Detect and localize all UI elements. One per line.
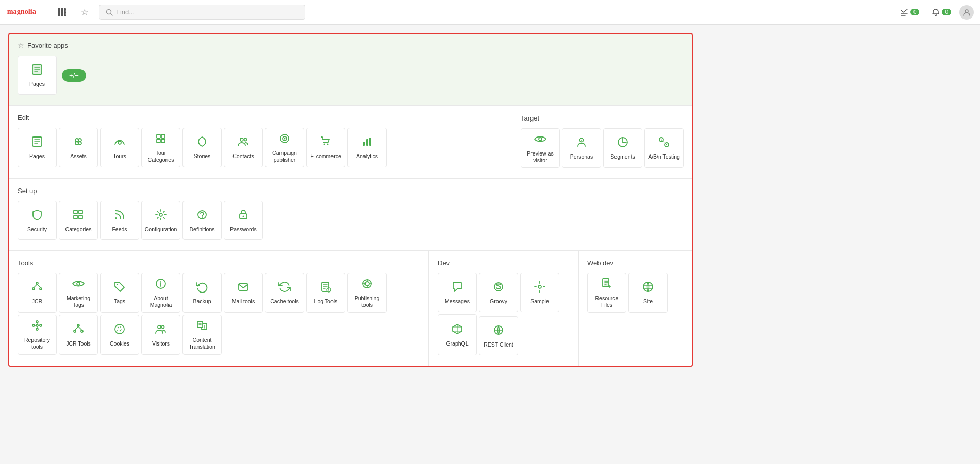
- app-definitions[interactable]: Definitions: [182, 201, 222, 240]
- svg-line-63: [34, 284, 37, 288]
- app-categories[interactable]: Categories: [59, 201, 98, 240]
- app-configuration[interactable]: Configuration: [141, 201, 180, 240]
- svg-point-112: [538, 285, 541, 288]
- app-site[interactable]: Site: [628, 273, 668, 313]
- svg-point-101: [120, 326, 121, 328]
- favorite-app-pages[interactable]: Pages: [18, 56, 57, 95]
- pages-icon: [31, 135, 43, 150]
- tools-section: Tools JCR: [9, 251, 429, 366]
- target-apps-grid: Preview as visitor Personas: [521, 128, 684, 168]
- app-resource-files[interactable]: Resource Files: [587, 273, 626, 313]
- cookies-icon: [113, 323, 126, 337]
- app-feeds[interactable]: Feeds: [100, 201, 139, 240]
- favorites-row: Pages +/−: [18, 56, 684, 95]
- app-assets[interactable]: Assets: [59, 128, 98, 167]
- app-jcr-tools[interactable]: JCR Tools: [59, 315, 98, 354]
- repository-tools-icon: [31, 319, 43, 334]
- tasks-button[interactable]: 0: [896, 6, 924, 19]
- app-personas[interactable]: Personas: [562, 128, 601, 168]
- app-jcr[interactable]: JCR: [18, 273, 57, 313]
- main-content: ☆ Favorite apps Pages: [0, 25, 701, 375]
- svg-point-61: [32, 288, 35, 290]
- app-segments[interactable]: Segments: [603, 128, 642, 168]
- avatar[interactable]: [959, 5, 974, 20]
- add-remove-favorites-button[interactable]: +/−: [62, 69, 86, 82]
- search-bar[interactable]: Find...: [99, 5, 305, 20]
- app-backup[interactable]: Backup: [182, 273, 222, 313]
- edit-title: Edit: [18, 114, 504, 122]
- app-preview[interactable]: Preview as visitor: [521, 128, 560, 168]
- publishing-tools-icon: [361, 278, 373, 292]
- app-rest-client[interactable]: REST Client: [479, 316, 518, 355]
- favorites-icon[interactable]: ☆: [76, 4, 93, 21]
- svg-point-57: [202, 217, 203, 218]
- app-abn-testing[interactable]: A/B/n Testing: [644, 128, 684, 168]
- svg-point-128: [643, 282, 653, 291]
- svg-line-49: [661, 140, 667, 145]
- app-cookies[interactable]: Cookies: [100, 315, 139, 354]
- app-stories[interactable]: Stories: [182, 128, 222, 167]
- svg-rect-41: [366, 139, 368, 146]
- app-pages[interactable]: Pages: [18, 128, 57, 167]
- app-contacts[interactable]: Contacts: [224, 128, 263, 167]
- favorites-section: ☆ Favorite apps Pages: [9, 34, 692, 106]
- messages-icon: [451, 281, 463, 295]
- svg-point-59: [243, 215, 244, 217]
- app-graphql[interactable]: GraphQL: [438, 314, 477, 355]
- target-title: Target: [521, 114, 684, 122]
- jcr-tools-icon: [72, 323, 85, 337]
- app-passwords[interactable]: Passwords: [224, 201, 263, 240]
- logo[interactable]: magnolia: [6, 4, 47, 20]
- passwords-icon: [237, 209, 250, 223]
- app-tours[interactable]: Tours: [100, 128, 139, 167]
- app-container: ☆ Favorite apps Pages: [8, 33, 693, 367]
- pages-icon: [31, 63, 43, 78]
- categories-icon: [72, 209, 85, 223]
- svg-point-66: [117, 284, 118, 285]
- app-analytics[interactable]: Analytics: [347, 128, 387, 167]
- app-visitors[interactable]: Visitors: [141, 315, 180, 354]
- svg-point-88: [40, 324, 42, 326]
- app-security[interactable]: Security: [18, 201, 57, 240]
- svg-point-33: [240, 138, 243, 141]
- app-campaign-publisher[interactable]: Campaign publisher: [265, 128, 304, 167]
- topbar-right: 0 0: [896, 5, 974, 20]
- app-messages[interactable]: Messages: [438, 273, 477, 312]
- app-log-tools[interactable]: Log Tools: [306, 273, 345, 313]
- app-content-translation[interactable]: Content Translation: [182, 315, 222, 354]
- stories-icon: [196, 135, 208, 150]
- app-about-magnolia[interactable]: About Magnolia: [141, 273, 180, 313]
- svg-line-96: [75, 326, 78, 330]
- svg-rect-9: [64, 14, 66, 16]
- svg-rect-70: [239, 284, 248, 290]
- sample-icon: [534, 281, 546, 295]
- app-publishing-tools[interactable]: Publishing tools: [347, 273, 387, 313]
- app-tags[interactable]: Tags: [100, 273, 139, 313]
- svg-text:magnolia: magnolia: [7, 7, 36, 15]
- feeds-icon: [113, 209, 126, 223]
- analytics-icon: [361, 135, 373, 150]
- target-section: Target Preview as visitor: [512, 106, 692, 178]
- app-ecommerce[interactable]: E-commerce: [306, 128, 345, 167]
- svg-rect-29: [157, 134, 160, 138]
- app-groovy[interactable]: Groovy: [479, 273, 518, 312]
- app-cache-tools[interactable]: Cache tools: [265, 273, 304, 313]
- jcr-icon: [31, 281, 43, 295]
- rest-icon: [492, 324, 505, 338]
- app-sample[interactable]: Sample: [520, 273, 559, 312]
- svg-point-99: [115, 324, 124, 334]
- svg-point-105: [158, 325, 161, 329]
- grid-icon[interactable]: [54, 4, 70, 21]
- notifications-button[interactable]: 0: [927, 6, 955, 19]
- svg-rect-53: [79, 215, 82, 219]
- app-mail-tools[interactable]: Mail tools: [224, 273, 263, 313]
- svg-point-102: [117, 330, 118, 331]
- notifications-badge: 0: [942, 9, 951, 15]
- app-tour-categories[interactable]: Tour Categories: [141, 128, 180, 167]
- app-repository-tools[interactable]: Repository tools: [18, 315, 57, 354]
- svg-rect-42: [369, 138, 371, 146]
- svg-point-79: [365, 282, 369, 286]
- favorites-star-icon: ☆: [18, 41, 24, 49]
- app-marketing-tags[interactable]: Marketing Tags: [59, 273, 98, 313]
- abn-icon: [658, 136, 670, 150]
